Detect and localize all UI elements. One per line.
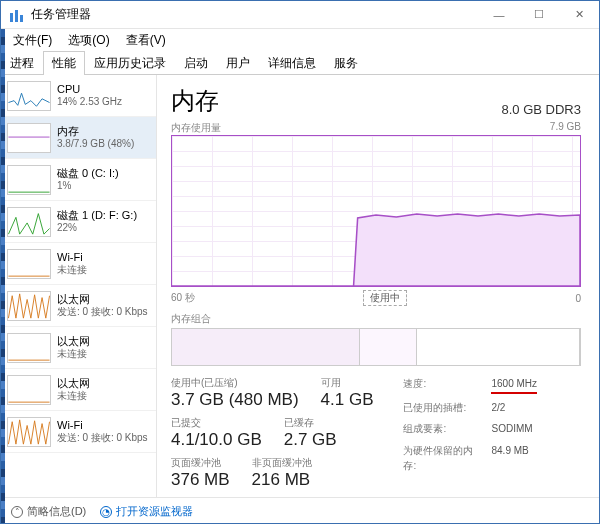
stat-value: 3.7 GB (480 MB): [171, 390, 299, 410]
tab-apphistory[interactable]: 应用历史记录: [85, 51, 175, 75]
svg-rect-2: [20, 15, 23, 22]
sidebar-thumb: [7, 249, 51, 279]
sidebar: CPU 14% 2.53 GHz 内存 3.8/7.9 GB (48%) 磁盘 …: [1, 75, 157, 497]
sidebar-item-name: 以太网: [57, 293, 148, 306]
stat-label: 可用: [321, 376, 374, 390]
kv-value: 84.9 MB: [491, 443, 528, 474]
sidebar-item-6[interactable]: 以太网 未连接: [1, 327, 156, 369]
sidebar-item-sub: 发送: 0 接收: 0 Kbps: [57, 432, 148, 444]
stat-block: 可用 4.1 GB: [321, 376, 374, 410]
sidebar-thumb: [7, 81, 51, 111]
sidebar-thumb: [7, 165, 51, 195]
window-title: 任务管理器: [31, 6, 479, 23]
memory-composition-bar: [171, 328, 581, 366]
stat-label: 已缓存: [284, 416, 337, 430]
tabbar: 进程 性能 应用历史记录 启动 用户 详细信息 服务: [1, 51, 599, 75]
kv-key: 速度:: [403, 376, 481, 394]
kv-row: 组成要素: SODIMM: [403, 421, 537, 437]
composition-free: [417, 329, 580, 365]
sidebar-thumb: [7, 417, 51, 447]
stat-value: 4.1/10.0 GB: [171, 430, 262, 450]
open-resmon-link[interactable]: ◔ 打开资源监视器: [100, 504, 193, 519]
sidebar-item-0[interactable]: CPU 14% 2.53 GHz: [1, 75, 156, 117]
stat-block: 已提交 4.1/10.0 GB: [171, 416, 262, 450]
sidebar-item-name: 以太网: [57, 377, 90, 390]
sidebar-item-8[interactable]: Wi-Fi 发送: 0 接收: 0 Kbps: [1, 411, 156, 453]
kv-key: 为硬件保留的内存:: [403, 443, 481, 474]
composition-label: 内存组合: [171, 312, 581, 326]
sidebar-item-sub: 14% 2.53 GHz: [57, 96, 122, 108]
chevron-up-icon: ˄: [11, 506, 23, 518]
resmon-icon: ◔: [100, 506, 112, 518]
stat-value: 2.7 GB: [284, 430, 337, 450]
stat-value: 4.1 GB: [321, 390, 374, 410]
page-title: 内存: [171, 85, 219, 117]
stat-value: 376 MB: [171, 470, 230, 490]
menu-file[interactable]: 文件(F): [5, 30, 60, 51]
sidebar-thumb: [7, 375, 51, 405]
sidebar-item-sub: 未连接: [57, 390, 90, 402]
sidebar-item-7[interactable]: 以太网 未连接: [1, 369, 156, 411]
sidebar-item-name: 磁盘 0 (C: I:): [57, 167, 119, 180]
sidebar-thumb: [7, 291, 51, 321]
tab-users[interactable]: 用户: [217, 51, 259, 75]
sidebar-item-sub: 1%: [57, 180, 119, 192]
stat-block: 页面缓冲池 376 MB: [171, 456, 230, 490]
close-button[interactable]: ✕: [559, 1, 599, 29]
sidebar-item-sub: 未连接: [57, 264, 87, 276]
sidebar-item-sub: 22%: [57, 222, 137, 234]
kv-row: 已使用的插槽: 2/2: [403, 400, 537, 416]
sidebar-item-3[interactable]: 磁盘 1 (D: F: G:) 22%: [1, 201, 156, 243]
main-panel: 内存 8.0 GB DDR3 内存使用量 7.9 GB 60 秒 使用中 0 内…: [157, 75, 599, 497]
kv-key: 已使用的插槽:: [403, 400, 481, 416]
menu-options[interactable]: 选项(O): [60, 30, 117, 51]
svg-rect-0: [10, 13, 13, 22]
chart-ymax: 7.9 GB: [550, 121, 581, 135]
sidebar-thumb: [7, 207, 51, 237]
sidebar-item-name: Wi-Fi: [57, 419, 148, 432]
tab-processes[interactable]: 进程: [1, 51, 43, 75]
tab-startup[interactable]: 启动: [175, 51, 217, 75]
kv-value: SODIMM: [491, 421, 532, 437]
fewer-details-button[interactable]: ˄ 简略信息(D): [11, 504, 86, 519]
stat-label: 非页面缓冲池: [252, 456, 312, 470]
minimize-button[interactable]: —: [479, 1, 519, 29]
sidebar-item-2[interactable]: 磁盘 0 (C: I:) 1%: [1, 159, 156, 201]
sidebar-item-sub: 发送: 0 接收: 0 Kbps: [57, 306, 148, 318]
tab-performance[interactable]: 性能: [43, 51, 85, 75]
chart-x-left: 60 秒: [171, 291, 195, 305]
sidebar-item-5[interactable]: 以太网 发送: 0 接收: 0 Kbps: [1, 285, 156, 327]
sidebar-item-1[interactable]: 内存 3.8/7.9 GB (48%): [1, 117, 156, 159]
sidebar-item-name: CPU: [57, 83, 122, 96]
kv-value: 2/2: [491, 400, 505, 416]
sidebar-item-name: 磁盘 1 (D: F: G:): [57, 209, 137, 222]
chart-ylabel: 内存使用量: [171, 121, 221, 135]
sidebar-item-name: Wi-Fi: [57, 251, 87, 264]
kv-row: 速度: 1600 MHz: [403, 376, 537, 394]
composition-used: [172, 329, 360, 365]
maximize-button[interactable]: ☐: [519, 1, 559, 29]
sidebar-item-name: 以太网: [57, 335, 90, 348]
sidebar-thumb: [7, 333, 51, 363]
stat-block: 已缓存 2.7 GB: [284, 416, 337, 450]
stat-block: 非页面缓冲池 216 MB: [252, 456, 312, 490]
kv-key: 组成要素:: [403, 421, 481, 437]
stat-label: 页面缓冲池: [171, 456, 230, 470]
tab-services[interactable]: 服务: [325, 51, 367, 75]
sidebar-item-sub: 未连接: [57, 348, 90, 360]
stat-value: 216 MB: [252, 470, 312, 490]
stat-block: 使用中(已压缩) 3.7 GB (480 MB): [171, 376, 299, 410]
sidebar-item-name: 内存: [57, 125, 134, 138]
stat-label: 已提交: [171, 416, 262, 430]
tab-details[interactable]: 详细信息: [259, 51, 325, 75]
titlebar[interactable]: 任务管理器 — ☐ ✕: [1, 1, 599, 29]
composition-cached: [360, 329, 417, 365]
sidebar-item-4[interactable]: Wi-Fi 未连接: [1, 243, 156, 285]
stat-label: 使用中(已压缩): [171, 376, 299, 390]
chart-x-right: 0: [575, 293, 581, 304]
menu-view[interactable]: 查看(V): [118, 30, 174, 51]
app-icon: [9, 7, 25, 23]
kv-value: 1600 MHz: [491, 376, 537, 394]
memory-spec: 8.0 GB DDR3: [502, 102, 581, 117]
memory-usage-chart: [171, 135, 581, 287]
